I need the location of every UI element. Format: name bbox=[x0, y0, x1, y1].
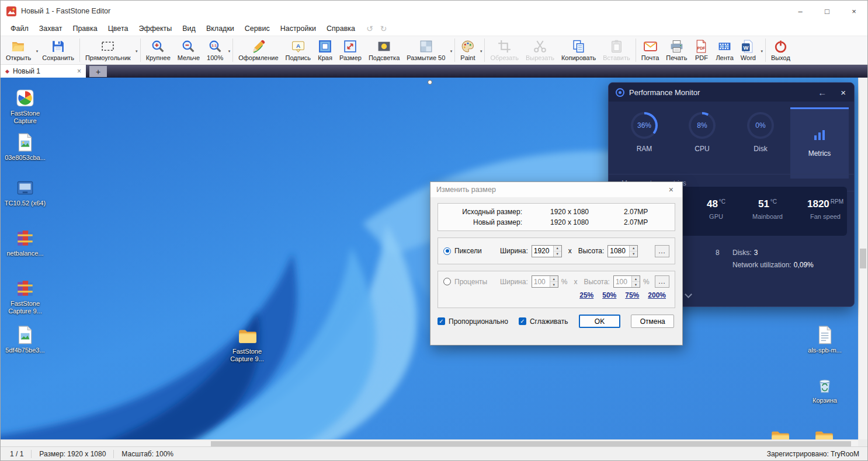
toolbar-edge-button[interactable]: Края bbox=[314, 38, 336, 62]
pixels-width-input[interactable] bbox=[532, 246, 553, 257]
step-up-icon[interactable]: ▲ bbox=[632, 276, 640, 282]
toolbar-copy-button[interactable]: Копировать bbox=[558, 38, 599, 62]
percent-height-stepper: ▲▼ bbox=[613, 275, 640, 288]
step-down-icon[interactable]: ▼ bbox=[550, 282, 558, 287]
toolbar-filmstrip-button[interactable]: Лента bbox=[712, 38, 737, 62]
menu-item-capture[interactable]: Захват bbox=[34, 23, 68, 34]
menu-item-service[interactable]: Сервис bbox=[239, 23, 275, 34]
pixels-group: Пиксели Ширина: ▲▼ x Высота: ▲▼ ... bbox=[438, 238, 675, 264]
desktop-icon-image-file-2[interactable]: 5df4b75be3... bbox=[3, 325, 47, 354]
percent-more-button[interactable]: ... bbox=[655, 275, 669, 288]
menu-item-tabs[interactable]: Вкладки bbox=[201, 23, 239, 34]
percent-width-stepper: ▲▼ bbox=[532, 275, 558, 288]
disk-gauge[interactable]: 0% Disk bbox=[740, 112, 781, 153]
preset-200-link[interactable]: 200% bbox=[648, 291, 666, 299]
paint-dropdown-icon[interactable]: ▾ bbox=[480, 49, 482, 54]
toolbar-zoom-100-button[interactable]: 1:1 100% ▾ bbox=[203, 38, 231, 62]
preset-50-link[interactable]: 50% bbox=[602, 291, 616, 299]
desktop-icon-folder-partial[interactable] bbox=[758, 428, 802, 439]
open-dropdown-icon[interactable]: ▾ bbox=[36, 49, 39, 54]
pixels-more-button[interactable]: ... bbox=[655, 245, 669, 257]
cpu-gauge[interactable]: 8% CPU bbox=[682, 112, 723, 153]
maximize-button[interactable]: □ bbox=[814, 1, 841, 22]
dialog-titlebar[interactable]: Изменить размер × bbox=[430, 182, 682, 197]
step-up-icon[interactable]: ▲ bbox=[550, 276, 558, 282]
cpu-ring-icon: 8% bbox=[689, 112, 716, 139]
toolbar-blur-button[interactable]: Размытие 50 ▾ bbox=[403, 38, 453, 62]
close-button[interactable]: × bbox=[841, 1, 867, 22]
toolbar-pdf-button[interactable]: PDF PDF bbox=[690, 38, 712, 62]
toolbar-draw-button[interactable]: Оформление bbox=[235, 38, 282, 62]
horizontal-scrollbar-thumb[interactable] bbox=[211, 441, 851, 446]
desktop-icon-recycle-bin[interactable]: Корзина bbox=[803, 375, 847, 404]
panel-close-icon[interactable]: × bbox=[841, 88, 846, 97]
preset-75-link[interactable]: 75% bbox=[625, 291, 639, 299]
toolbar-save-button[interactable]: Сохранить bbox=[39, 38, 78, 62]
desktop-icon-als-document[interactable]: als-spb-m... bbox=[803, 325, 847, 354]
undo-icon[interactable]: ↺ bbox=[366, 24, 373, 33]
tab-new-1[interactable]: ◆ Новый 1 × bbox=[1, 65, 86, 78]
ok-button[interactable]: OK bbox=[579, 315, 621, 328]
word-icon: W bbox=[741, 39, 755, 54]
toolbar-word-button[interactable]: W Word ▾ bbox=[737, 38, 763, 62]
zoom-dropdown-icon[interactable]: ▾ bbox=[228, 49, 231, 54]
desktop-icon-fscapture-archive[interactable]: FastStone Capture 9... bbox=[3, 278, 47, 315]
ram-gauge[interactable]: 36% RAM bbox=[624, 112, 665, 153]
rectangle-dropdown-icon[interactable]: ▾ bbox=[136, 49, 138, 54]
new-tab-button[interactable]: + bbox=[89, 66, 107, 77]
toolbar-spotlight-button[interactable]: Подсветка bbox=[365, 38, 403, 62]
percent-width-input[interactable] bbox=[532, 276, 550, 287]
step-down-icon[interactable]: ▼ bbox=[630, 252, 637, 257]
toolbar-resize-button[interactable]: Размер bbox=[336, 38, 365, 62]
toolbar-exit-button[interactable]: Выход bbox=[768, 38, 794, 62]
step-down-icon[interactable]: ▼ bbox=[554, 252, 561, 257]
menu-item-file[interactable]: Файл bbox=[5, 23, 34, 34]
toolbar-zoom-out-button[interactable]: Мельче bbox=[174, 38, 203, 62]
word-dropdown-icon[interactable]: ▾ bbox=[761, 49, 763, 54]
toolbar-print-button[interactable]: Печать bbox=[662, 38, 690, 62]
desktop-icon-tc-installer[interactable]: TC10.52 (x64) bbox=[3, 178, 47, 207]
percent-radio[interactable]: Проценты bbox=[443, 278, 500, 286]
menu-item-edit[interactable]: Правка bbox=[67, 23, 102, 34]
blur-dropdown-icon[interactable]: ▾ bbox=[450, 49, 453, 54]
toolbar-rectangle-button[interactable]: Прямоугольник ▾ bbox=[82, 38, 138, 62]
metrics-tab[interactable]: Metrics bbox=[790, 107, 849, 179]
menu-item-view[interactable]: Вид bbox=[177, 23, 201, 34]
vertical-scrollbar-thumb[interactable] bbox=[860, 249, 866, 268]
toolbar-mail-button[interactable]: Почта bbox=[638, 38, 663, 62]
step-up-icon[interactable]: ▲ bbox=[630, 246, 637, 252]
desktop-icon-fscapture-folder[interactable]: FastStone Capture 9... bbox=[225, 326, 269, 363]
percent-width-label: Ширина: bbox=[500, 278, 528, 286]
percent-group: Проценты Ширина: ▲▼ % x Высота: ▲▼ % bbox=[438, 271, 675, 308]
cancel-button[interactable]: Отмена bbox=[631, 315, 674, 328]
desktop-icon-faststone-capture[interactable]: FastStone Capture bbox=[3, 88, 47, 125]
menu-item-settings[interactable]: Настройки bbox=[275, 23, 321, 34]
toolbar-caption-button[interactable]: A Подпись bbox=[282, 38, 315, 62]
menu-item-colors[interactable]: Цвета bbox=[103, 23, 134, 34]
toolbar-paint-button[interactable]: Paint ▾ bbox=[457, 38, 482, 62]
menu-item-effects[interactable]: Эффекты bbox=[133, 23, 177, 34]
selection-handle[interactable] bbox=[428, 80, 432, 85]
redo-icon[interactable]: ↻ bbox=[380, 24, 387, 33]
pixels-height-input[interactable] bbox=[608, 246, 629, 257]
back-arrow-icon[interactable]: ← bbox=[818, 88, 827, 97]
tab-close-icon[interactable]: × bbox=[77, 67, 81, 75]
dialog-close-icon[interactable]: × bbox=[666, 185, 676, 194]
minimize-button[interactable]: – bbox=[787, 1, 814, 22]
smooth-checkbox[interactable]: ✓ Сглаживать bbox=[519, 317, 568, 326]
step-up-icon[interactable]: ▲ bbox=[554, 246, 561, 252]
preset-25-link[interactable]: 25% bbox=[579, 291, 593, 299]
toolbar-open-button[interactable]: Открыть ▾ bbox=[2, 38, 39, 62]
step-down-icon[interactable]: ▼ bbox=[632, 282, 640, 287]
desktop-icon-image-file[interactable]: 03e8053cba... bbox=[3, 132, 47, 162]
vertical-scrollbar[interactable] bbox=[858, 78, 867, 448]
proportional-checkbox[interactable]: ✓ Пропорционально bbox=[438, 317, 508, 326]
chevron-down-icon[interactable] bbox=[685, 291, 692, 298]
desktop-icon-netbalance-archive[interactable]: netbalance... bbox=[3, 228, 47, 257]
menu-item-help[interactable]: Справка bbox=[321, 23, 360, 34]
pixels-radio[interactable]: Пиксели bbox=[443, 247, 500, 255]
desktop-icon-folder-partial[interactable] bbox=[801, 428, 846, 439]
faststone-editor-window: Новый 1 - FastStone Editor – □ × Файл За… bbox=[0, 0, 868, 461]
percent-height-input[interactable] bbox=[614, 276, 631, 287]
toolbar-zoom-in-button[interactable]: Крупнее bbox=[143, 38, 174, 62]
